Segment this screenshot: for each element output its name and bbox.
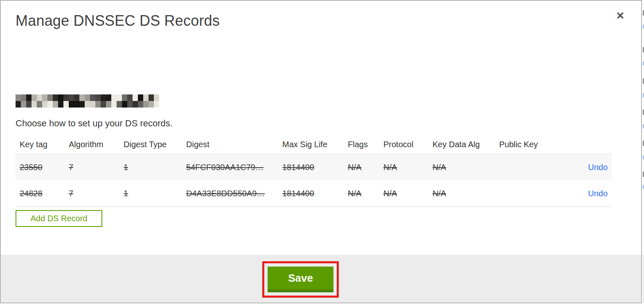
page: Manage DNSSEC DS Records ✕ Choose how to…: [0, 0, 644, 305]
table-row: 2482871D4A33E8DD550A9…1814400N/AN/AN/AUn…: [16, 180, 612, 206]
table-cell-key_tag: 24828: [16, 189, 69, 198]
undo-link[interactable]: Undo: [588, 163, 608, 172]
table-cell-flags: N/A: [348, 163, 383, 172]
annotation-highlight-box: Save: [262, 261, 339, 298]
table-cell-flags: N/A: [348, 189, 383, 198]
column-header-digest_type: Digest Type: [124, 140, 186, 149]
table-row: 235507154FCF030AA1C79…1814400N/AN/AN/AUn…: [16, 154, 612, 180]
table-cell-key_data_alg: N/A: [432, 189, 499, 198]
table-cell-digest: D4A33E8DD550A9…: [186, 189, 282, 198]
table-cell-digest: 54FCF030AA1C79…: [186, 163, 282, 172]
table-cell-key_data_alg: N/A: [432, 163, 499, 172]
table-cell-protocol: N/A: [383, 189, 432, 198]
save-button[interactable]: Save: [268, 267, 333, 292]
column-header-protocol: Protocol: [383, 140, 432, 149]
column-header-algorithm: Algorithm: [69, 140, 124, 149]
table-cell-max_sig_life: 1814400: [282, 163, 348, 172]
column-header-key_tag: Key tag: [16, 140, 69, 149]
table-cell-digest_type: 1: [124, 163, 186, 172]
column-header-key_data_alg: Key Data Alg: [432, 140, 499, 149]
add-ds-record-button[interactable]: Add DS Record: [16, 210, 102, 227]
table-header-row: Key tagAlgorithmDigest TypeDigestMax Sig…: [16, 135, 612, 154]
table-cell-action: Undo: [561, 163, 612, 172]
close-icon[interactable]: ✕: [614, 9, 627, 22]
redacted-domain-name: [16, 94, 159, 108]
ds-records-table: Key tagAlgorithmDigest TypeDigestMax Sig…: [16, 135, 612, 207]
dnssec-ds-records-modal: Manage DNSSEC DS Records ✕ Choose how to…: [0, 0, 642, 303]
table-cell-algorithm: 7: [69, 163, 124, 172]
modal-title: Manage DNSSEC DS Records: [16, 12, 220, 29]
table-cell-protocol: N/A: [383, 163, 432, 172]
undo-link[interactable]: Undo: [588, 189, 608, 198]
column-header-digest: Digest: [186, 140, 282, 149]
column-header-public_key: Public Key: [499, 140, 561, 149]
table-cell-digest_type: 1: [124, 189, 186, 198]
table-body: 235507154FCF030AA1C79…1814400N/AN/AN/AUn…: [16, 154, 612, 207]
instruction-text: Choose how to set up your DS records.: [16, 118, 173, 129]
column-header-max_sig_life: Max Sig Life: [282, 140, 348, 149]
column-header-flags: Flags: [348, 140, 383, 149]
table-cell-key_tag: 23550: [16, 163, 69, 172]
table-cell-action: Undo: [561, 189, 612, 198]
table-cell-algorithm: 7: [69, 189, 124, 198]
table-cell-max_sig_life: 1814400: [282, 189, 348, 198]
